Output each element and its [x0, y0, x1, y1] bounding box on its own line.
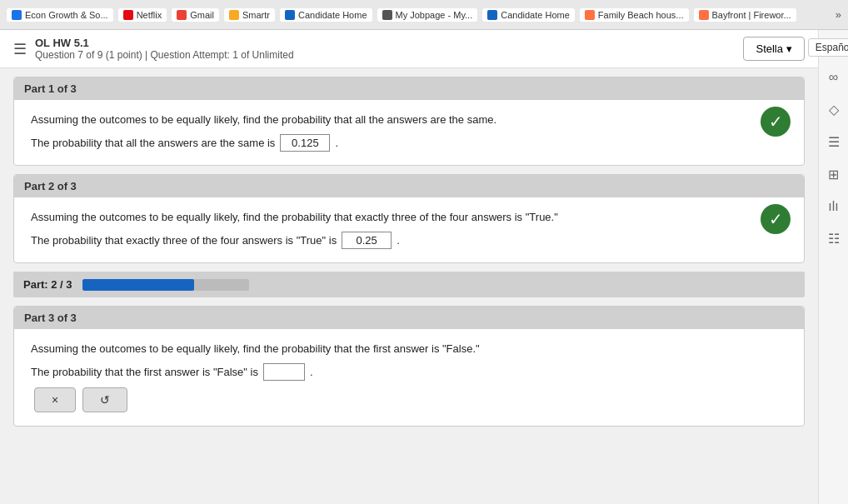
- tab-econ[interactable]: Econ Growth & So...: [7, 8, 113, 22]
- part3-answer-input[interactable]: [263, 363, 305, 381]
- tab-netflix[interactable]: Netflix: [118, 8, 167, 22]
- part2-answer-suffix: .: [397, 234, 400, 247]
- refresh-button[interactable]: ↺: [82, 387, 127, 412]
- part1-answer: The probability that all the answers are…: [31, 134, 787, 152]
- tab-myjobpage[interactable]: My Jobpage - My...: [377, 8, 478, 22]
- tab-label: Smartr: [242, 10, 270, 20]
- part1-section: Part 1 of 3 Assuming the outcomes to be …: [13, 77, 805, 166]
- tab-label: Family Beach hous...: [598, 10, 684, 20]
- part3-header: Part 3 of 3: [14, 307, 804, 329]
- tab-label: Econ Growth & So...: [25, 10, 108, 20]
- right-sidebar: Español ∞ ◇ ☰ ⊞ ılı ☷: [818, 30, 848, 504]
- tab-candidate2[interactable]: Candidate Home: [482, 8, 575, 22]
- menu-icon[interactable]: ☷: [825, 227, 843, 250]
- content-area: Part 1 of 3 Assuming the outcomes to be …: [0, 68, 818, 443]
- tab-label: Bayfront | Firewor...: [712, 10, 791, 20]
- browser-bar: Econ Growth & So... Netflix Gmail Smartr…: [0, 0, 848, 30]
- hw-title: OL HW 5.1: [35, 37, 735, 49]
- tab-label: Netflix: [137, 10, 162, 20]
- tab-candidate1[interactable]: Candidate Home: [280, 8, 372, 22]
- part1-check-circle: ✓: [761, 107, 791, 137]
- checkmark-icon: ✓: [769, 209, 783, 229]
- diamond-icon[interactable]: ◇: [826, 98, 842, 121]
- progress-bar-outer: [82, 279, 249, 291]
- part1-answer-prefix: The probability that all the answers are…: [31, 137, 275, 149]
- chart-icon[interactable]: ılı: [825, 196, 841, 217]
- part1-body: Assuming the outcomes to be equally like…: [14, 100, 804, 165]
- part2-answer-value: 0.25: [342, 232, 392, 249]
- part2-body: Assuming the outcomes to be equally like…: [14, 197, 804, 262]
- part1-answer-value: 0.125: [280, 134, 330, 152]
- tab-label: Candidate Home: [501, 10, 570, 20]
- infinity-icon[interactable]: ∞: [826, 67, 841, 88]
- tab-bayfront[interactable]: Bayfront | Firewor...: [694, 8, 796, 22]
- tab-family-beach[interactable]: Family Beach hous...: [580, 8, 689, 22]
- question-info: Question 7 of 9 (1 point) | Question Att…: [35, 49, 735, 61]
- tab-label: Candidate Home: [298, 10, 367, 20]
- clear-button[interactable]: ×: [34, 387, 76, 412]
- part2-question: Assuming the outcomes to be equally like…: [31, 211, 787, 223]
- part2-answer: The probability that exactly three of th…: [31, 232, 787, 249]
- user-button[interactable]: Stella ▾: [743, 37, 805, 61]
- header-info: OL HW 5.1 Question 7 of 9 (1 point) | Qu…: [35, 37, 735, 61]
- header-bar: ☰ OL HW 5.1 Question 7 of 9 (1 point) | …: [0, 30, 818, 68]
- part2-answer-prefix: The probability that exactly three of th…: [31, 234, 337, 247]
- part1-header: Part 1 of 3: [14, 77, 804, 100]
- list-icon[interactable]: ☰: [825, 131, 843, 153]
- tab-label: My Jobpage - My...: [396, 10, 473, 20]
- part3-answer: The probability that the first answer is…: [31, 363, 787, 381]
- tab-smartr[interactable]: Smartr: [224, 8, 275, 22]
- checkmark-icon: ✓: [769, 112, 783, 132]
- part2-check-circle: ✓: [761, 204, 791, 234]
- progress-section: Part: 2 / 3: [13, 272, 805, 297]
- espanol-button[interactable]: Español: [808, 38, 848, 57]
- part3-question: Assuming the outcomes to be equally like…: [31, 342, 787, 355]
- tab-gmail[interactable]: Gmail: [172, 8, 219, 22]
- user-label: Stella: [756, 42, 783, 55]
- part3-section: Part 3 of 3 Assuming the outcomes to be …: [13, 306, 805, 427]
- part2-header: Part 2 of 3: [14, 175, 804, 197]
- tab-label: Gmail: [190, 10, 214, 20]
- hamburger-icon[interactable]: ☰: [13, 40, 27, 58]
- chevron-down-icon: ▾: [786, 42, 792, 55]
- action-buttons: × ↺: [34, 387, 787, 412]
- part2-section: Part 2 of 3 Assuming the outcomes to be …: [13, 174, 805, 263]
- more-tabs[interactable]: »: [836, 8, 841, 21]
- part1-question: Assuming the outcomes to be equally like…: [31, 113, 787, 126]
- part3-answer-suffix: .: [310, 366, 313, 378]
- part3-body: Assuming the outcomes to be equally like…: [14, 329, 804, 426]
- grid-icon[interactable]: ⊞: [825, 163, 842, 186]
- x-icon: ×: [52, 393, 58, 407]
- refresh-icon: ↺: [100, 393, 110, 407]
- part3-answer-prefix: The probability that the first answer is…: [31, 366, 258, 378]
- progress-label: Part: 2 / 3: [23, 278, 72, 291]
- progress-bar-inner: [82, 279, 194, 291]
- part1-answer-suffix: .: [335, 137, 338, 149]
